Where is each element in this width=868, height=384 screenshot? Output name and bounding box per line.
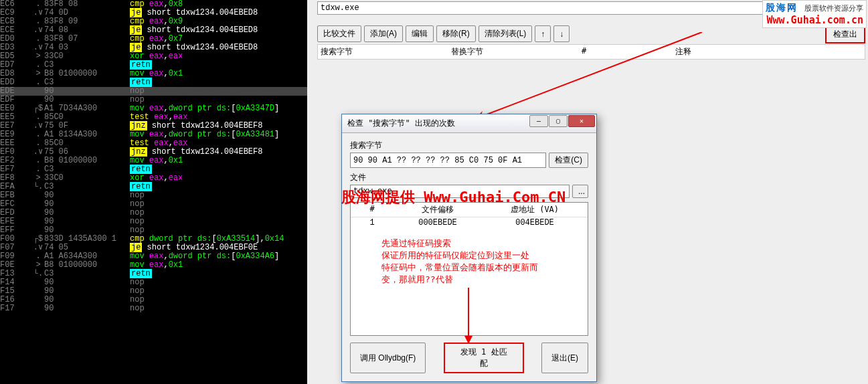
res-va: 004EBEDE <box>485 218 585 227</box>
search-label: 搜索字节 <box>350 140 588 151</box>
watermark-center: 股海网提供 Www.Guhai.Com.CN <box>341 187 566 207</box>
edit-button[interactable]: 编辑 <box>406 25 434 42</box>
asm-row[interactable]: F17 90nop <box>0 304 307 313</box>
move-up-button[interactable]: ↑ <box>535 25 551 42</box>
match-count-label: 发现 1 处匹配 <box>444 343 524 373</box>
annotation-text: 先通过特征码搜索 保证所用的特征码仅能定位到这里一处 特征码中，常量位置会随着版… <box>381 237 582 286</box>
check-button[interactable]: 检查(C) <box>549 153 588 168</box>
maximize-icon[interactable]: ▢ <box>549 115 568 127</box>
close-icon[interactable]: ✕ <box>568 115 595 127</box>
res-num: 1 <box>353 218 391 227</box>
file-path-input[interactable] <box>317 1 839 15</box>
dialog-titlebar[interactable]: 检查 "搜索字节" 出现的次数 — ▢ ✕ <box>342 114 596 133</box>
exit-button[interactable]: 退出(E) <box>541 343 588 373</box>
toolbar: 比较文件 添加(A) 编辑 移除(R) 清除列表(L) ↑ ↓ <box>317 25 570 42</box>
watermark-logo: 股海网 股票软件资源分享 Www.Guhai.com.cn <box>762 0 867 28</box>
col-count: # <box>582 46 675 58</box>
col-search: 搜索字节 <box>321 46 451 58</box>
clear-button[interactable]: 清除列表(L) <box>479 25 533 42</box>
col-comment: 注释 <box>675 46 862 58</box>
col-replace: 替换字节 <box>451 46 582 58</box>
minimize-icon[interactable]: — <box>529 115 548 127</box>
browse-button[interactable]: ... <box>572 185 588 198</box>
disassembly-panel[interactable]: EC6 .83F8 08cmp eax,0x8EC9 .∨74 0Dje sho… <box>0 0 307 384</box>
result-row[interactable]: 1 000EBEDE 004EBEDE <box>351 217 588 228</box>
file-label: 文件 <box>350 172 588 183</box>
dialog-title: 检查 "搜索字节" 出现的次数 <box>347 118 455 129</box>
check-occurrences-button[interactable]: 检查出 <box>825 25 865 43</box>
ollydbg-button[interactable]: 调用 Ollydbg(F) <box>350 343 426 373</box>
res-offset: 000EBEDE <box>391 218 485 227</box>
move-down-button[interactable]: ↓ <box>553 25 570 42</box>
search-bytes-input[interactable] <box>350 153 546 168</box>
patch-table-header: 搜索字节 替换字节 # 注释 <box>317 44 865 60</box>
compare-button[interactable]: 比较文件 <box>317 25 361 42</box>
add-button[interactable]: 添加(A) <box>364 25 403 42</box>
remove-button[interactable]: 移除(R) <box>436 25 476 42</box>
